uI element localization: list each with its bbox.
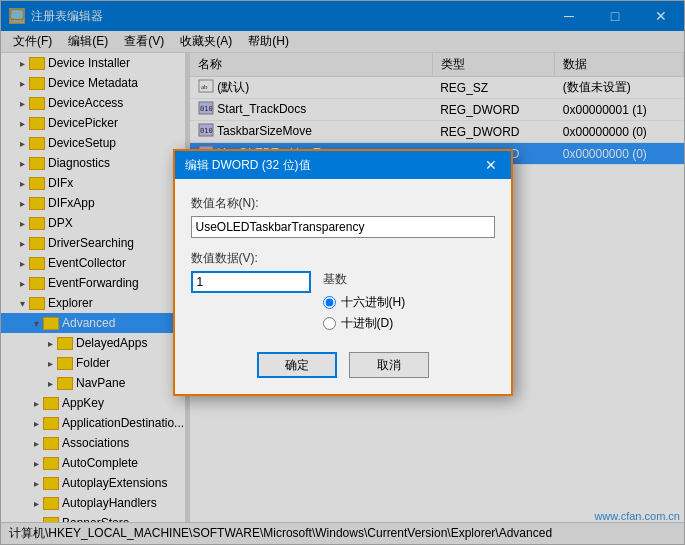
dialog-name-input[interactable] bbox=[191, 216, 495, 238]
dialog-close-button[interactable]: ✕ bbox=[471, 151, 511, 179]
modal-overlay: 编辑 DWORD (32 位)值 ✕ 数值名称(N): 数值数据(V): 基数 … bbox=[1, 1, 684, 544]
dialog-base-title: 基数 bbox=[323, 271, 495, 288]
dialog-row: 基数 十六进制(H) 十进制(D) bbox=[191, 271, 495, 336]
dialog-title: 编辑 DWORD (32 位)值 bbox=[185, 157, 311, 174]
radio-hex-label: 十六进制(H) bbox=[341, 294, 406, 311]
dialog-buttons: 确定 取消 bbox=[191, 352, 495, 378]
dialog-base-section: 基数 十六进制(H) 十进制(D) bbox=[323, 271, 495, 336]
dialog-body: 数值名称(N): 数值数据(V): 基数 十六进制(H) 十进制(D) bbox=[175, 179, 511, 394]
dialog-ok-button[interactable]: 确定 bbox=[257, 352, 337, 378]
radio-hex[interactable]: 十六进制(H) bbox=[323, 294, 495, 311]
radio-dec[interactable]: 十进制(D) bbox=[323, 315, 495, 332]
main-window: 注册表编辑器 ─ □ ✕ 文件(F) 编辑(E) 查看(V) 收藏夹(A) 帮助… bbox=[0, 0, 685, 545]
dialog-name-label: 数值名称(N): bbox=[191, 195, 495, 212]
radio-dec-label: 十进制(D) bbox=[341, 315, 394, 332]
dialog-title-bar: 编辑 DWORD (32 位)值 ✕ bbox=[175, 151, 511, 179]
edit-dword-dialog: 编辑 DWORD (32 位)值 ✕ 数值名称(N): 数值数据(V): 基数 … bbox=[173, 149, 513, 396]
dialog-data-label: 数值数据(V): bbox=[191, 250, 495, 267]
dialog-cancel-button[interactable]: 取消 bbox=[349, 352, 429, 378]
dialog-value-input[interactable] bbox=[191, 271, 311, 293]
